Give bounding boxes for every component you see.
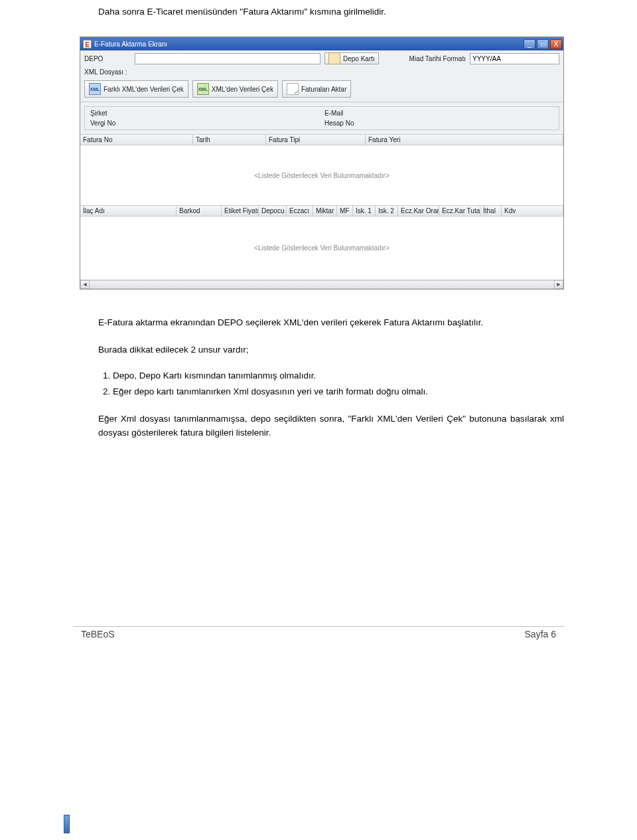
intro-text: Daha sonra E-Ticaret menüsünden "Fatura … [80, 4, 564, 37]
grid2-col-eczkarorani[interactable]: Ecz.Kar Oranı [398, 206, 439, 216]
xml-blue-icon: XML [89, 83, 101, 95]
footer-left: TeBEoS [81, 629, 115, 639]
grid2-col-isk2[interactable]: Isk. 2 [376, 206, 398, 216]
grid2-col-eczaci[interactable]: Eczacı [287, 206, 313, 216]
window-title: E-Fatura Aktarma Ekranı [94, 41, 524, 48]
list-item: Depo, Depo Kartı kısmından tanımlanmış o… [113, 369, 564, 383]
email-label: E-Mail [324, 110, 364, 117]
depo-input[interactable] [135, 53, 320, 64]
btn-xml-label: XML'den Verileri Çek [212, 86, 273, 93]
depo-karti-label: Depo Kartı [343, 55, 375, 62]
depo-karti-button[interactable]: Depo Kartı [324, 52, 379, 64]
paragraph-2: Burada dikkat edilecek 2 unsur vardır; [98, 343, 564, 357]
screenshot: E E-Fatura Aktarma Ekranı _ ▭ X DEPO Dep… [80, 37, 564, 290]
grid1-col-fatura-yeri[interactable]: Fatura Yeri [366, 135, 563, 145]
btn-faturalari-aktar-label: Faturaları Aktar [301, 86, 346, 93]
btn-faturalari-aktar[interactable]: Faturaları Aktar [282, 80, 351, 98]
scroll-right-button[interactable]: ► [554, 280, 563, 289]
h-scrollbar[interactable]: ◄ ► [80, 280, 563, 289]
grid2-col-isk1[interactable]: Isk. 1 [353, 206, 376, 216]
email-value [370, 110, 553, 117]
form-row-depo: DEPO Depo Kartı Miad Tarihi Formatı [80, 50, 563, 66]
vergi-value [135, 120, 319, 127]
hesap-value [370, 120, 553, 127]
body-text: E-Fatura aktarma ekranından DEPO seçiler… [80, 316, 564, 440]
sirket-label: Şirket [90, 110, 130, 117]
grid2-col-eczkartutari[interactable]: Ecz.Kar Tutarı [439, 206, 480, 216]
toolbar: XML Farklı XML'den Verileri Çek XML XML'… [80, 78, 563, 102]
grid2-header: İlaç Adı Barkod Etiket Fiyatı Depocu Ecz… [80, 205, 563, 216]
paper-check-icon [287, 83, 299, 95]
footer-right: Sayfa 6 [525, 629, 556, 639]
scroll-left-button[interactable]: ◄ [80, 280, 90, 289]
grid1-header: Fatura No Tarih Fatura Tipi Fatura Yeri [80, 134, 563, 145]
depo-icon [328, 52, 340, 64]
miad-label: Miad Tarihi Formatı [409, 55, 466, 62]
minimize-button[interactable]: _ [524, 39, 535, 49]
grid2-col-etiket[interactable]: Etiket Fiyatı [222, 206, 259, 216]
scroll-track[interactable] [90, 280, 554, 289]
form-row-xml: XML Dosyası : [80, 66, 563, 78]
grid2-col-depocu[interactable]: Depocu [259, 206, 287, 216]
footer: TeBEoS Sayfa 6 [0, 626, 637, 654]
grid2-empty-text: <Listede Gösterilecek Veri Bulunmamaktad… [254, 244, 389, 252]
grid2-col-ilac[interactable]: İlaç Adı [80, 206, 177, 216]
grid1-col-tarih[interactable]: Tarih [193, 135, 266, 145]
titlebar: E E-Fatura Aktarma Ekranı _ ▭ X [80, 37, 563, 50]
numbered-list: Depo, Depo Kartı kısmından tanımlanmış o… [113, 369, 564, 399]
grid2-body: <Listede Gösterilecek Veri Bulunmamaktad… [80, 216, 563, 280]
xml-label: XML Dosyası : [84, 68, 131, 76]
app-window: E E-Fatura Aktarma Ekranı _ ▭ X DEPO Dep… [80, 37, 564, 290]
vergi-label: Vergi No [90, 120, 130, 127]
list-item: Eğer depo kartı tanımlanırken Xml dosyas… [113, 385, 564, 399]
grid1-col-fatura-no[interactable]: Fatura No [80, 135, 193, 145]
grid2-col-barkod[interactable]: Barkod [177, 206, 222, 216]
xml-green-icon: XML [197, 83, 209, 95]
grid1-empty-text: <Listede Gösterilecek Veri Bulunmamaktad… [254, 172, 389, 179]
close-button[interactable]: X [550, 39, 562, 49]
info-panel: Şirket E-Mail Vergi No Hesap No [84, 106, 559, 130]
maximize-button[interactable]: ▭ [537, 39, 549, 49]
sirket-value [135, 110, 319, 117]
grid2-col-kdv[interactable]: Kdv [502, 206, 563, 216]
grid2-col-ithal[interactable]: İthal [480, 206, 502, 216]
depo-label: DEPO [84, 55, 131, 62]
paragraph-1: E-Fatura aktarma ekranından DEPO seçiler… [98, 316, 564, 330]
grid2-col-miktar[interactable]: Miktar [313, 206, 337, 216]
app-icon: E [83, 40, 92, 48]
btn-farkli-xml-label: Farklı XML'den Verileri Çek [104, 86, 184, 93]
btn-xml[interactable]: XML XML'den Verileri Çek [192, 80, 278, 98]
grid2-col-mf[interactable]: MF [337, 206, 353, 216]
paragraph-3: Eğer Xml dosyası tanımlanmamışsa, depo s… [98, 412, 564, 440]
grid1-body: <Listede Gösterilecek Veri Bulunmamaktad… [80, 145, 563, 205]
grid1-col-fatura-tipi[interactable]: Fatura Tipi [266, 135, 366, 145]
miad-input[interactable] [470, 53, 559, 64]
btn-farkli-xml[interactable]: XML Farklı XML'den Verileri Çek [84, 80, 188, 98]
hesap-label: Hesap No [324, 120, 364, 127]
